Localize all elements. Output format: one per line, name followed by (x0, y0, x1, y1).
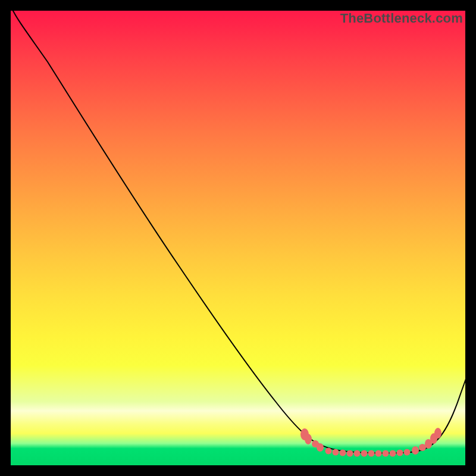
bead (390, 450, 396, 457)
curve-svg (11, 11, 465, 465)
plot-area: TheBottleneck.com (11, 11, 465, 465)
bead (397, 450, 403, 456)
bead (333, 449, 339, 456)
bead (434, 428, 441, 439)
bottleneck-curve (12, 11, 465, 453)
bead (404, 449, 411, 456)
bead (305, 434, 312, 444)
bead (383, 450, 389, 457)
bead (325, 448, 332, 455)
bead (317, 443, 324, 452)
bead (340, 450, 346, 456)
bead (354, 450, 361, 457)
bead (347, 450, 353, 457)
bead (375, 450, 382, 457)
bead (368, 450, 375, 457)
bead (412, 446, 419, 455)
chart-frame: TheBottleneck.com (0, 0, 476, 476)
bead (361, 450, 368, 457)
